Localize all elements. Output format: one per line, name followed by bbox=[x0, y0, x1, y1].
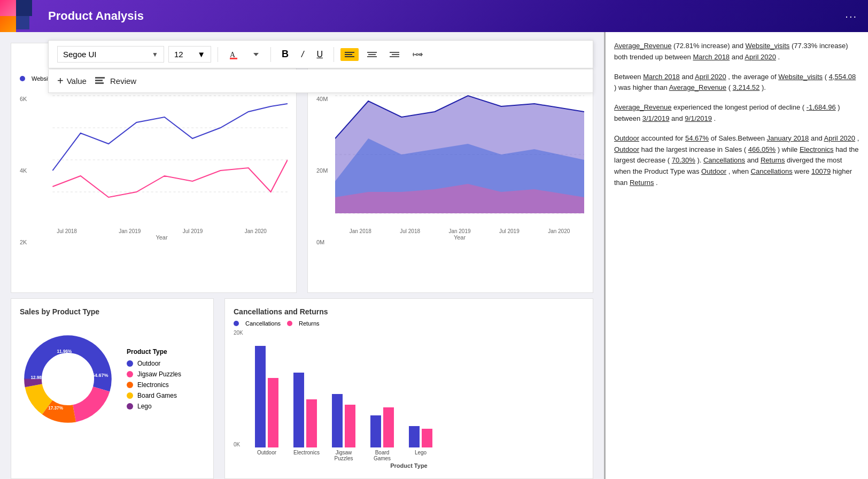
bar-jigsaw-returns bbox=[345, 405, 355, 447]
link-website-visits-1[interactable]: Website_visits bbox=[746, 42, 790, 50]
link-april2020-1[interactable]: April 2020 bbox=[745, 53, 776, 61]
link-date-start[interactable]: 3/1/2019 bbox=[642, 114, 670, 122]
header: Product Analysis ··· bbox=[0, 0, 868, 32]
font-size-value: 12 bbox=[174, 50, 183, 59]
bar-lego-cancellations bbox=[409, 426, 420, 447]
bar-label-boardgames: Board Games bbox=[370, 450, 394, 461]
review-button[interactable]: Review bbox=[95, 76, 136, 86]
svg-text:11.96%: 11.96% bbox=[57, 349, 72, 354]
bottom-charts: Sales by Product Type bbox=[11, 298, 593, 479]
link-outdoor-1[interactable]: Outdoor bbox=[614, 134, 639, 142]
app-logo bbox=[0, 0, 29, 29]
logo-lightblue bbox=[16, 16, 29, 29]
link-val1[interactable]: 4,554.08 bbox=[829, 73, 856, 81]
font-size-arrow: ▼ bbox=[197, 50, 205, 59]
link-decline-val[interactable]: -1,684.96 bbox=[807, 103, 836, 111]
donut-chart-title: Sales by Product Type bbox=[20, 307, 205, 316]
left-panel: Website v... 6K 4K 2K bbox=[0, 32, 604, 479]
line-chart-svg bbox=[36, 85, 288, 224]
legend-dot-cancellations bbox=[234, 321, 239, 326]
link-avg-revenue-1[interactable]: Average_Revenue bbox=[614, 42, 671, 50]
legend-item-jigsaw: Jigsaw Puzzles bbox=[127, 370, 181, 378]
separator-2 bbox=[270, 47, 271, 62]
y-axis-area-chart: 40M 20M 0M bbox=[316, 96, 328, 245]
svg-point-32 bbox=[44, 355, 92, 403]
insert-toolbar: + Value Review bbox=[48, 69, 593, 93]
header-menu-dots[interactable]: ··· bbox=[845, 10, 857, 22]
add-value-button[interactable]: + Value bbox=[57, 75, 87, 87]
separator-1 bbox=[218, 47, 218, 62]
link-outdoor-3[interactable]: Outdoor bbox=[701, 167, 726, 175]
link-march2018-2[interactable]: March 2018 bbox=[643, 73, 680, 81]
insights-panel: Average_Revenue (72.81% increase) and We… bbox=[604, 32, 868, 479]
font-color-button[interactable]: A bbox=[224, 47, 244, 63]
font-family-selector[interactable]: Segoe UI ▼ bbox=[57, 46, 164, 63]
link-date-end[interactable]: 9/1/2019 bbox=[685, 114, 712, 122]
link-val2[interactable]: 3,214.52 bbox=[733, 83, 760, 91]
link-april2020-2[interactable]: April 2020 bbox=[695, 73, 726, 81]
font-size-selector[interactable]: 12 ▼ bbox=[168, 46, 211, 63]
bar-electronics bbox=[293, 373, 317, 447]
align-right-button[interactable] bbox=[385, 48, 404, 61]
logo-darkblue bbox=[16, 0, 32, 16]
link-button[interactable] bbox=[408, 48, 427, 61]
insight-para-3: Average_Revenue experienced the longest … bbox=[614, 102, 859, 125]
bar-lego-returns bbox=[422, 429, 432, 447]
svg-rect-1 bbox=[230, 58, 237, 59]
link-jan2018[interactable]: January 2018 bbox=[767, 134, 809, 142]
bar-chart-container: 20K 0K bbox=[234, 330, 584, 447]
align-left-button[interactable] bbox=[340, 48, 359, 61]
link-returns[interactable]: Returns bbox=[761, 156, 785, 164]
svg-rect-15 bbox=[95, 80, 103, 81]
link-pct-decrease[interactable]: 70.30% bbox=[672, 156, 695, 164]
underline-button[interactable]: U bbox=[312, 47, 327, 62]
donut-chart-content: 54.67% 11.96% 12.98% 17.37% Product Type bbox=[20, 320, 205, 438]
legend-label-lego: Lego bbox=[137, 403, 152, 410]
link-cancellations-2[interactable]: Cancellations bbox=[751, 167, 793, 175]
bar-outdoor-returns bbox=[268, 378, 278, 447]
cancellations-chart-title: Cancellations and Returns bbox=[234, 307, 584, 316]
donut-svg-container: 54.67% 11.96% 12.98% 17.37% bbox=[20, 320, 116, 438]
svg-text:17.37%: 17.37% bbox=[48, 406, 63, 411]
bar-label-lego: Lego bbox=[409, 450, 432, 461]
svg-marker-2 bbox=[253, 53, 259, 56]
donut-legend-items: Outdoor Jigsaw Puzzles Electronics bbox=[127, 360, 181, 410]
svg-text:A: A bbox=[230, 51, 236, 59]
bar-electronics-returns bbox=[306, 399, 317, 447]
legend-item-electronics: Electronics bbox=[127, 381, 181, 389]
donut-legend-title: Product Type bbox=[127, 348, 181, 356]
bar-outdoor-cancellations bbox=[255, 346, 266, 447]
review-label: Review bbox=[110, 76, 136, 86]
bar-label-jigsaw: JigsawPuzzles bbox=[332, 450, 355, 461]
bar-label-electronics: Electronics bbox=[293, 450, 317, 461]
legend-color-outdoor bbox=[127, 360, 133, 367]
link-website-visits-2[interactable]: Website_visits bbox=[778, 73, 823, 81]
line-chart-container: 6K 4K 2K bbox=[20, 85, 288, 245]
italic-button[interactable]: / bbox=[297, 47, 308, 62]
link-march2018-1[interactable]: March 2018 bbox=[693, 53, 730, 61]
link-returns-2[interactable]: Returns bbox=[630, 179, 654, 187]
legend-label-outdoor: Outdoor bbox=[137, 360, 160, 367]
link-april2020-3[interactable]: April 2020 bbox=[824, 134, 856, 142]
bar-jigsaw-cancellations bbox=[332, 394, 343, 447]
cancellations-legend: Cancellations Returns bbox=[234, 320, 584, 327]
align-center-button[interactable] bbox=[363, 48, 381, 61]
link-outdoor-2[interactable]: Outdoor bbox=[614, 145, 639, 153]
bold-button[interactable]: B bbox=[277, 46, 293, 63]
link-pct-outdoor[interactable]: 54.67% bbox=[685, 134, 709, 142]
link-pct-increase[interactable]: 466.05% bbox=[748, 145, 776, 153]
page-title: Product Analysis bbox=[48, 9, 144, 23]
link-electronics[interactable]: Electronics bbox=[800, 145, 834, 153]
link-num[interactable]: 10079 bbox=[811, 167, 831, 175]
svg-rect-14 bbox=[95, 77, 105, 79]
svg-text:54.67%: 54.67% bbox=[92, 373, 108, 378]
link-avg-revenue-3[interactable]: Average_Revenue bbox=[614, 103, 671, 111]
bar-x-axis-labels: Outdoor Electronics JigsawPuzzles Board … bbox=[234, 450, 584, 461]
add-value-label: Value bbox=[67, 76, 87, 86]
bar-jigsaw bbox=[332, 394, 355, 447]
link-avg-revenue-2[interactable]: Average_Revenue bbox=[669, 83, 726, 91]
legend-color-jigsaw bbox=[127, 371, 133, 377]
font-color-dropdown[interactable] bbox=[248, 48, 264, 61]
link-cancellations[interactable]: Cancellations bbox=[703, 156, 745, 164]
cancellations-chart-box: Cancellations and Returns Cancellations … bbox=[224, 298, 593, 479]
